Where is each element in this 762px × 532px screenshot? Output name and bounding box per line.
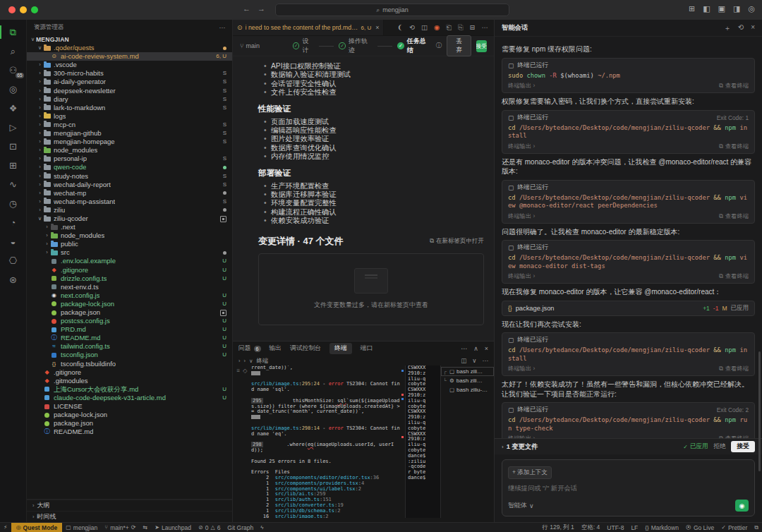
minimize-window-button[interactable] — [20, 6, 27, 13]
activity-item-wave-extension[interactable]: ∿ — [0, 175, 27, 194]
tree-item[interactable]: ›.next — [27, 223, 232, 231]
sidebar-section-大纲[interactable]: ›大纲 — [27, 500, 232, 511]
activity-item-testing[interactable]: ▷ — [0, 118, 27, 137]
activity-item-package-extension[interactable]: ⎔ — [0, 251, 27, 270]
activity-item-timeline-extension[interactable]: ◷ — [0, 194, 27, 213]
more-icon[interactable]: ⋯ — [461, 345, 467, 352]
customize-layout-icon[interactable]: ⊞ — [689, 4, 695, 13]
more-icon[interactable]: ⋯ — [483, 357, 489, 364]
split-terminal-icon[interactable]: ◫ — [461, 357, 466, 364]
close-icon[interactable]: × — [375, 24, 379, 31]
tree-item[interactable]: ›diaryS — [27, 95, 232, 104]
chevron-right-icon[interactable]: › — [244, 358, 246, 364]
stepper-step-1[interactable]: ✓设计 — [293, 37, 315, 55]
terminal-run-card[interactable]: ▢终端已运行cd /Users/bytedance/Desktop/code/m… — [502, 332, 755, 376]
tree-item[interactable]: ›public — [27, 240, 232, 248]
zoom-window-button[interactable] — [31, 6, 38, 13]
tree-item[interactable]: next-env.d.ts — [27, 283, 232, 291]
file-change-card[interactable]: {}package.json+1-1M已应用 — [502, 301, 755, 316]
activity-item-ai-assistant[interactable]: ⚇65 — [0, 61, 27, 80]
tree-item[interactable]: ◆.gitmodules — [27, 377, 232, 385]
status-cursor-position[interactable]: 行 129, 列 1 — [538, 523, 577, 532]
status-project-window[interactable]: ▢mengjian — [62, 523, 101, 532]
stepper-step-3[interactable]: ✓任务总结 — [397, 37, 431, 55]
stepper-step-2[interactable]: ✓操作轨迹 — [339, 37, 373, 55]
activity-item-search[interactable]: ⌕ — [0, 42, 27, 61]
back-arrow-icon[interactable]: ← — [243, 4, 250, 13]
tree-item[interactable]: ›ai-daily-generatorS — [27, 78, 232, 86]
status-language-mode[interactable]: {}Markdown — [641, 523, 682, 532]
tree-item[interactable]: ∨MENGJIAN — [27, 35, 232, 44]
tree-item[interactable]: ∨.qoder/quests — [27, 44, 232, 52]
changed-files-summary[interactable]: › 1 变更文件 — [502, 442, 538, 452]
status-eol[interactable]: LF — [627, 523, 641, 532]
history-icon[interactable]: ⟲ — [409, 23, 415, 32]
run-recent-icon[interactable]: ≡ — [237, 368, 241, 518]
status-screen-icon-item[interactable]: ⧉ — [751, 523, 762, 532]
panel-tab-问题[interactable]: 问题6 — [238, 344, 261, 353]
panel-tab-输出[interactable]: 输出 — [270, 344, 282, 353]
tree-item[interactable]: tsconfig.jsonU — [27, 351, 232, 359]
activity-item-panels[interactable]: ⊞ — [0, 156, 27, 175]
activity-item-chat-extension[interactable]: ◒ — [0, 232, 27, 251]
view-terminal-link[interactable]: ⧉查看终端 — [719, 365, 749, 373]
tree-item[interactable]: ⓘREADME.md — [27, 428, 232, 436]
tree-item[interactable]: ›lark-to-markdownS — [27, 104, 232, 112]
agent-selector[interactable]: 智能体 ∨ — [508, 501, 534, 510]
terminal-split-pane[interactable]: CSWXXX2910:ziliu-qcobyteCSWXXX2910:ziliu… — [405, 365, 440, 518]
terminal-run-card[interactable]: ▢终端已运行Exit Code: 1cd /Users/bytedance/De… — [502, 110, 755, 154]
chat-input-placeholder[interactable]: 继续提问或 "/" 新开会话 — [508, 484, 749, 493]
tree-item[interactable]: ›study-notesS — [27, 172, 232, 181]
chevron-down-icon[interactable]: ∨ — [472, 357, 476, 364]
status-compare-changes[interactable]: ⇆ — [140, 523, 152, 532]
tree-item[interactable]: ⓘREADME.mdU — [27, 334, 232, 342]
status-launchpad[interactable]: ➤Launchpad — [151, 523, 195, 532]
terminal-output-toggle[interactable]: 终端输出 › — [508, 143, 535, 150]
tree-item[interactable]: package.json — [27, 419, 232, 428]
terminal-run-card[interactable]: ▢终端已运行cd /Users/bytedance/Desktop/code/m… — [502, 240, 755, 284]
accept-button[interactable]: 接受 — [476, 40, 487, 52]
tree-item[interactable]: ›wechat-daily-reportS — [27, 181, 232, 189]
split-editor-icon[interactable]: ◫ — [421, 23, 428, 32]
tree-item[interactable]: ›mengjian-homepageS — [27, 138, 232, 146]
status-quest-mode[interactable]: ◎Quest Mode — [11, 523, 63, 532]
tree-item[interactable]: package-lock.jsonU — [27, 300, 232, 308]
terminal-run-card[interactable]: ▢终端已运行Exit Code: 2cd /Users/bytedance/De… — [502, 402, 755, 438]
status-git-branch[interactable]: ⑂main*+⟳ — [101, 523, 139, 532]
add-context-button[interactable]: + 添加上下文 — [508, 466, 552, 479]
chat-input-box[interactable]: + 添加上下文 继续提问或 "/" 新开会话 智能体 ∨ ◉ — [502, 459, 755, 516]
status-git-graph[interactable]: Git Graph — [224, 523, 257, 532]
tree-item[interactable]: postcss.config.jsU — [27, 317, 232, 325]
status-problems[interactable]: ⊘0△6 — [195, 523, 224, 532]
tree-item[interactable]: ≈tailwind.config.tsU — [27, 342, 232, 351]
more-icon[interactable]: ⋯ — [482, 23, 489, 32]
tree-item[interactable]: drizzle.config.tsU — [27, 274, 232, 283]
status-encoding[interactable]: UTF-8 — [603, 523, 627, 532]
status-prettier[interactable]: ✓Prettier — [718, 523, 751, 532]
tree-item[interactable]: ›mcp-cnS — [27, 121, 232, 129]
tree-item[interactable]: ›mengjian-githubS — [27, 129, 232, 138]
status-go-live[interactable]: ⦿Go Live — [682, 523, 718, 532]
close-icon[interactable]: × — [751, 23, 755, 33]
sidebar-section-时间线[interactable]: ›时间线 — [27, 511, 232, 522]
bug-icon[interactable]: ◉ — [434, 23, 440, 32]
compare-icon[interactable]: ❨ — [397, 23, 403, 32]
panel-tab-端口[interactable]: 端口 — [361, 344, 373, 353]
chevron-right-icon[interactable]: › — [238, 358, 241, 364]
status-remote-indicator[interactable]: ⚡ — [0, 523, 11, 532]
tree-item[interactable]: .env.local.exampleU — [27, 257, 232, 265]
accept-changes-button[interactable]: 接受 — [731, 441, 755, 452]
view-terminal-link[interactable]: ⧉查看终端 — [719, 212, 749, 220]
send-button[interactable]: ◉ — [735, 500, 749, 512]
tree-item[interactable]: ›node_modules — [27, 231, 232, 240]
editor-tab[interactable]: ⊙ i need to see the content of the prd.m… — [233, 20, 384, 35]
toggle-secondary-sidebar-icon[interactable]: ◨ — [733, 4, 740, 13]
reject-button[interactable]: 拒绝 — [713, 442, 725, 451]
terminal-run-card[interactable]: ▢终端已运行cd /Users/bytedance/Desktop/code/m… — [502, 180, 755, 224]
tree-item[interactable]: ›wechat-mp-assistantS — [27, 198, 232, 206]
stage-icon[interactable]: ◇ — [243, 368, 247, 518]
tree-item[interactable]: package-lock.json — [27, 411, 232, 419]
view-terminal-link[interactable]: ⧉查看终端 — [719, 82, 749, 90]
terminal-session[interactable]: └⚙bash zili… — [441, 376, 494, 385]
new-chat-icon[interactable]: ＋ — [724, 23, 731, 33]
